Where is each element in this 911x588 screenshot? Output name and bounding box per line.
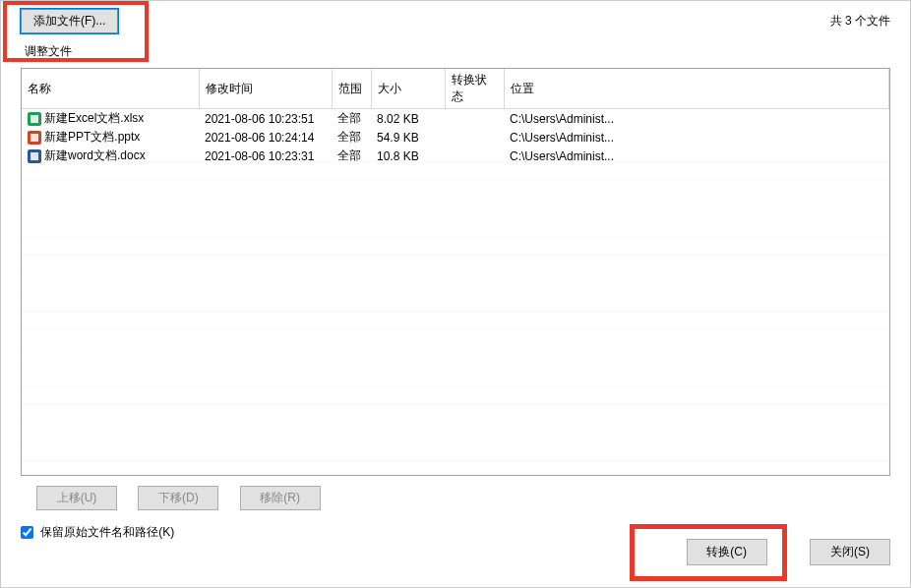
file-name-text: 新建PPT文档.pptx [44, 130, 140, 144]
table-header-row: 名称 修改时间 范围 大小 转换状态 位置 [22, 69, 889, 109]
add-file-button[interactable]: 添加文件(F)... [21, 9, 118, 33]
col-header-range[interactable]: 范围 [332, 69, 371, 109]
cell-status [445, 147, 504, 165]
table-row[interactable]: 新建word文档.docx2021-08-06 10:23:31全部10.8 K… [22, 147, 889, 165]
table-row[interactable]: 新建Excel文档.xlsx2021-08-06 10:23:51全部8.02 … [22, 109, 889, 129]
excel-file-icon [28, 112, 41, 126]
cell-range: 全部 [332, 128, 371, 147]
cell-location: C:\Users\Administ... [504, 109, 889, 129]
cell-name: 新建word文档.docx [22, 147, 199, 165]
cell-location: C:\Users\Administ... [504, 128, 889, 147]
word-file-icon [28, 149, 41, 163]
file-list-container: 名称 修改时间 范围 大小 转换状态 位置 新建Excel文档.xlsx2021… [21, 68, 890, 476]
file-table[interactable]: 名称 修改时间 范围 大小 转换状态 位置 新建Excel文档.xlsx2021… [22, 69, 889, 165]
cell-modtime: 2021-08-06 10:23:51 [199, 109, 332, 129]
file-count-label: 共 3 个文件 [830, 13, 890, 29]
remove-button[interactable]: 移除(R) [240, 486, 321, 510]
cell-range: 全部 [332, 147, 371, 165]
bottom-button-row: 转换(C) 关闭(S) [647, 539, 890, 565]
keep-original-text: 保留原始文件名和路径(K) [40, 525, 174, 539]
col-header-name[interactable]: 名称 [22, 69, 199, 109]
cell-name: 新建Excel文档.xlsx [22, 109, 199, 129]
cell-status [445, 128, 504, 147]
col-header-status[interactable]: 转换状态 [445, 69, 504, 109]
cell-modtime: 2021-08-06 10:23:31 [199, 147, 332, 165]
cell-size: 8.02 KB [371, 109, 445, 129]
move-down-button[interactable]: 下移(D) [138, 486, 218, 510]
col-header-size[interactable]: 大小 [371, 69, 445, 109]
cell-size: 54.9 KB [371, 128, 445, 147]
move-up-button[interactable]: 上移(U) [36, 486, 117, 510]
cell-location: C:\Users\Administ... [504, 147, 889, 165]
col-header-modtime[interactable]: 修改时间 [199, 69, 332, 109]
ppt-file-icon [28, 131, 41, 145]
close-button[interactable]: 关闭(S) [810, 539, 890, 565]
convert-button[interactable]: 转换(C) [687, 539, 767, 565]
cell-status [445, 109, 504, 129]
cell-range: 全部 [332, 109, 371, 129]
keep-original-label[interactable]: 保留原始文件名和路径(K) [21, 525, 174, 539]
table-row[interactable]: 新建PPT文档.pptx2021-08-06 10:24:14全部54.9 KB… [22, 128, 889, 147]
top-toolbar: 添加文件(F)... 共 3 个文件 调整文件 [1, 1, 910, 64]
file-name-text: 新建Excel文档.xlsx [44, 111, 144, 125]
cell-name: 新建PPT文档.pptx [22, 128, 199, 147]
file-name-text: 新建word文档.docx [44, 148, 146, 162]
keep-original-checkbox[interactable] [21, 526, 33, 539]
adjust-files-label: 调整文件 [25, 43, 890, 60]
cell-size: 10.8 KB [371, 147, 445, 165]
col-header-location[interactable]: 位置 [504, 69, 889, 109]
order-button-row: 上移(U) 下移(D) 移除(R) [1, 482, 910, 518]
cell-modtime: 2021-08-06 10:24:14 [199, 128, 332, 147]
